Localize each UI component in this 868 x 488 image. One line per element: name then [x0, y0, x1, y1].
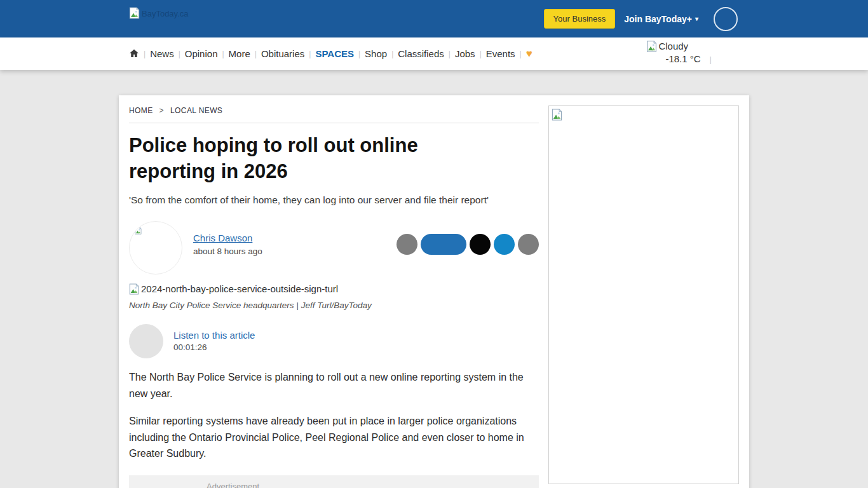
nav-separator: |: [304, 50, 315, 58]
join-baytoday-label: Join BayToday+: [624, 14, 692, 24]
nav-item-jobs[interactable]: Jobs: [455, 48, 475, 59]
article-paragraph: Similar reporting systems have already b…: [129, 413, 539, 463]
main-navigation: | News | Opinion | More | Obituaries | S…: [0, 37, 868, 70]
author-info: Chris Dawson about 8 hours ago: [193, 233, 262, 256]
nav-separator: |: [387, 50, 398, 58]
audio-duration: 00:01:26: [173, 342, 255, 352]
sidebar: [548, 105, 739, 488]
nav-item-more[interactable]: More: [229, 48, 250, 59]
nav-item-obituaries[interactable]: Obituaries: [261, 48, 304, 59]
nav-items: | News | Opinion | More | Obituaries | S…: [129, 37, 532, 70]
share-x-twitter-button[interactable]: [470, 234, 491, 255]
listen-info: Listen to this article 00:01:26: [173, 330, 255, 352]
inline-ad-slot: Advertisement: [129, 475, 539, 488]
site-logo-alt-text: BayToday.ca: [142, 9, 188, 18]
nav-item-spaces[interactable]: SPACES: [315, 48, 354, 59]
broken-image-icon: [129, 283, 139, 295]
share-buttons: [397, 234, 539, 255]
nav-separator: |: [217, 50, 228, 58]
breadcrumb: HOME > LOCAL NEWS: [129, 95, 539, 123]
nav-separator: |: [444, 50, 455, 58]
listen-to-article-link[interactable]: Listen to this article: [173, 330, 255, 341]
nav-separator: |: [354, 50, 365, 58]
author-name-link[interactable]: Chris Dawson: [193, 233, 252, 243]
broken-image-icon: [129, 7, 140, 19]
broken-image-icon: [552, 109, 562, 121]
join-baytoday-menu[interactable]: Join BayToday+ ▾: [624, 14, 698, 24]
nav-separator: |: [710, 55, 712, 64]
nav-item-shop[interactable]: Shop: [365, 48, 387, 59]
breadcrumb-home-link[interactable]: HOME: [129, 106, 153, 115]
content-card: HOME > LOCAL NEWS Police hoping to roll …: [119, 95, 749, 488]
nav-separator: |: [250, 50, 261, 58]
chevron-down-icon: ▾: [695, 15, 698, 22]
top-header-bar: BayToday.ca Your Business Join BayToday+…: [0, 0, 868, 37]
sidebar-ad-slot: [548, 105, 739, 484]
author-avatar[interactable]: [129, 221, 182, 274]
article-column: HOME > LOCAL NEWS Police hoping to roll …: [129, 95, 539, 488]
nav-separator: |: [515, 50, 526, 58]
share-email-button[interactable]: [518, 234, 539, 255]
broken-image-icon: [646, 41, 657, 52]
article-paragraph: The North Bay Police Service is planning…: [129, 369, 539, 402]
site-logo[interactable]: BayToday.ca: [129, 7, 188, 19]
breadcrumb-section-link[interactable]: LOCAL NEWS: [170, 106, 222, 115]
nav-item-classifieds[interactable]: Classifieds: [398, 48, 444, 59]
page-background: HOME > LOCAL NEWS Police hoping to roll …: [0, 95, 868, 488]
header-actions: Your Business Join BayToday+ ▾: [544, 0, 738, 37]
nav-separator: |: [174, 50, 185, 58]
play-audio-button[interactable]: [129, 324, 163, 358]
article-image-broken: 2024-north-bay-police-service-outside-si…: [129, 283, 539, 295]
nav-item-news[interactable]: News: [150, 48, 174, 59]
your-business-button[interactable]: Your Business: [544, 9, 616, 29]
article-image-alt-text: 2024-north-bay-police-service-outside-si…: [141, 283, 338, 294]
heart-icon[interactable]: ♥: [526, 48, 532, 60]
user-avatar[interactable]: [714, 7, 738, 31]
image-caption: North Bay City Police Service headquarte…: [129, 301, 539, 310]
article-title: Police hoping to roll out online reporti…: [129, 133, 485, 185]
share-button[interactable]: [397, 234, 417, 255]
author-row: Chris Dawson about 8 hours ago: [129, 221, 539, 274]
nav-separator: |: [475, 50, 486, 58]
share-facebook-button[interactable]: [421, 234, 466, 255]
breadcrumb-separator: >: [159, 106, 164, 115]
advertisement-label: Advertisement: [207, 482, 259, 488]
listen-widget: Listen to this article 00:01:26: [129, 324, 539, 358]
nav-home[interactable]: [129, 48, 139, 59]
weather-widget[interactable]: Cloudy -18.1 °C|: [646, 41, 712, 65]
home-icon: [129, 48, 139, 58]
nav-separator: |: [139, 50, 150, 58]
share-linkedin-button[interactable]: [494, 234, 515, 255]
article-timestamp: about 8 hours ago: [193, 247, 262, 256]
weather-condition: Cloudy: [658, 41, 688, 51]
weather-temperature: -18.1 °C: [665, 53, 700, 64]
nav-item-opinion[interactable]: Opinion: [185, 48, 218, 59]
broken-image-icon: [135, 227, 142, 234]
article-subtitle: 'So from the comfort of their home, they…: [129, 194, 539, 206]
nav-item-events[interactable]: Events: [486, 48, 515, 59]
